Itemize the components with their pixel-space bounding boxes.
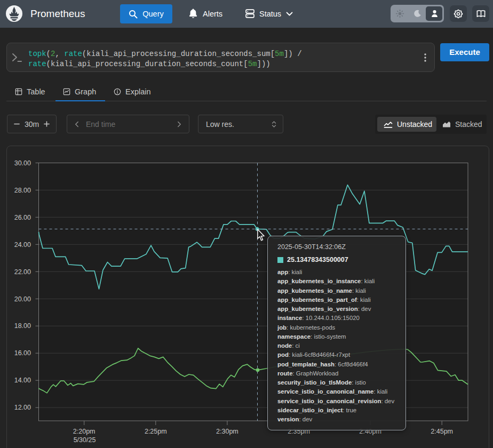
svg-text:5/30/25: 5/30/25 xyxy=(74,436,96,444)
svg-text:12.00: 12.00 xyxy=(14,404,31,411)
svg-text:30.00: 30.00 xyxy=(14,159,31,167)
svg-text:24.00: 24.00 xyxy=(14,241,31,249)
svg-text:2:30pm: 2:30pm xyxy=(216,428,238,435)
svg-text:18.00: 18.00 xyxy=(14,322,31,330)
svg-text:16.00: 16.00 xyxy=(14,349,31,357)
svg-text:28.00: 28.00 xyxy=(14,187,31,194)
svg-text:2:25pm: 2:25pm xyxy=(145,428,167,435)
svg-text:2:45pm: 2:45pm xyxy=(431,428,453,435)
svg-text:20.00: 20.00 xyxy=(14,295,31,303)
svg-text:2:20pm: 2:20pm xyxy=(73,428,96,435)
svg-text:22.00: 22.00 xyxy=(14,268,31,276)
svg-text:26.00: 26.00 xyxy=(14,214,31,221)
svg-text:14.00: 14.00 xyxy=(14,377,31,384)
